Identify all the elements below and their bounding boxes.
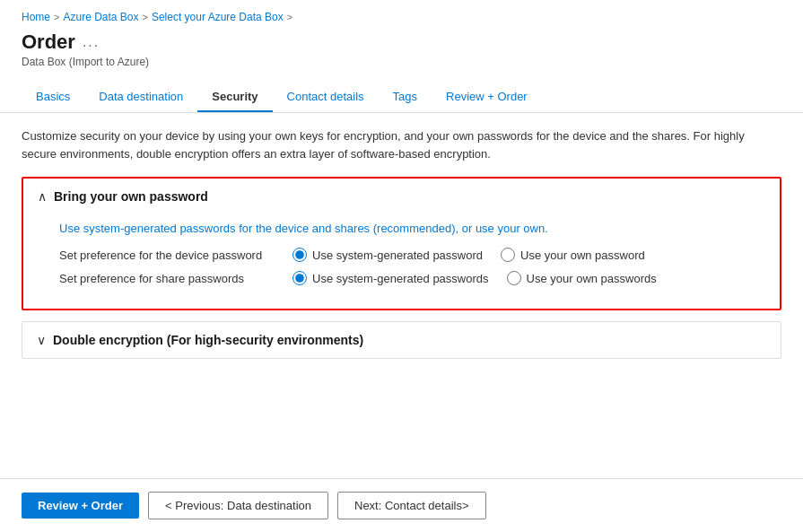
breadcrumb-sep-1: > — [54, 12, 59, 22]
device-system-option[interactable]: Use system-generated password — [292, 248, 483, 262]
device-system-label[interactable]: Use system-generated password — [312, 249, 483, 262]
page-header: Order ... Data Box (Import to Azure) — [0, 31, 803, 75]
device-password-options: Use system-generated password Use your o… — [292, 248, 645, 262]
share-own-label[interactable]: Use your own passwords — [527, 272, 657, 285]
accordion-password-title: Bring your own password — [54, 189, 208, 204]
accordion-password-chevron: ∧ — [38, 189, 47, 204]
breadcrumb-sep-2: > — [143, 12, 148, 22]
breadcrumb-select-data-box[interactable]: Select your Azure Data Box — [152, 11, 284, 23]
share-system-label[interactable]: Use system-generated passwords — [312, 272, 489, 285]
share-password-label: Set preference for share passwords — [59, 272, 292, 285]
section-description: Customize security on your device by usi… — [22, 127, 757, 162]
tab-tags[interactable]: Tags — [379, 83, 432, 112]
device-password-row: Set preference for the device password U… — [59, 248, 765, 262]
accordion-password-header[interactable]: ∧ Bring your own password — [23, 179, 780, 214]
share-password-options: Use system-generated passwords Use your … — [292, 271, 657, 285]
accordion-encryption-title: Double encryption (For high-security env… — [53, 333, 363, 347]
share-own-option[interactable]: Use your own passwords — [507, 271, 657, 285]
previous-button[interactable]: < Previous: Data destination — [148, 492, 328, 519]
accordion-encryption: ∨ Double encryption (For high-security e… — [22, 321, 781, 359]
page-title: Order — [22, 31, 75, 54]
tab-security[interactable]: Security — [197, 83, 272, 112]
device-own-radio[interactable] — [501, 248, 515, 262]
tab-data-destination[interactable]: Data destination — [84, 83, 197, 112]
accordion-encryption-header[interactable]: ∨ Double encryption (For high-security e… — [22, 322, 781, 358]
accordion-password: ∧ Bring your own password Use system-gen… — [22, 177, 781, 310]
page-subtitle: Data Box (Import to Azure) — [22, 56, 781, 68]
breadcrumb: Home > Azure Data Box > Select your Azur… — [0, 0, 803, 31]
accordion-encryption-chevron: ∨ — [37, 333, 46, 347]
device-system-radio[interactable] — [292, 248, 307, 262]
share-system-option[interactable]: Use system-generated passwords — [292, 271, 489, 285]
tab-basics[interactable]: Basics — [22, 83, 84, 112]
tabs-bar: Basics Data destination Security Contact… — [0, 83, 803, 113]
review-order-button[interactable]: Review + Order — [22, 493, 139, 519]
share-system-radio[interactable] — [292, 271, 307, 285]
device-own-option[interactable]: Use your own password — [501, 248, 645, 262]
next-button[interactable]: Next: Contact details> — [337, 492, 486, 519]
share-own-radio[interactable] — [507, 271, 521, 285]
accordion-password-body: Use system-generated passwords for the d… — [23, 214, 780, 309]
share-password-row: Set preference for share passwords Use s… — [59, 271, 765, 285]
device-password-label: Set preference for the device password — [59, 249, 292, 262]
tab-review-order[interactable]: Review + Order — [432, 83, 542, 112]
accordion-password-desc: Use system-generated passwords for the d… — [59, 222, 765, 235]
breadcrumb-home[interactable]: Home — [22, 11, 50, 23]
more-options-button[interactable]: ... — [83, 34, 100, 50]
breadcrumb-azure-data-box[interactable]: Azure Data Box — [63, 11, 138, 23]
main-content: Customize security on your device by usi… — [0, 113, 803, 478]
breadcrumb-sep-3: > — [287, 12, 292, 22]
footer: Review + Order < Previous: Data destinat… — [0, 478, 803, 532]
tab-contact-details[interactable]: Contact details — [273, 83, 379, 112]
device-own-label[interactable]: Use your own password — [520, 249, 645, 262]
